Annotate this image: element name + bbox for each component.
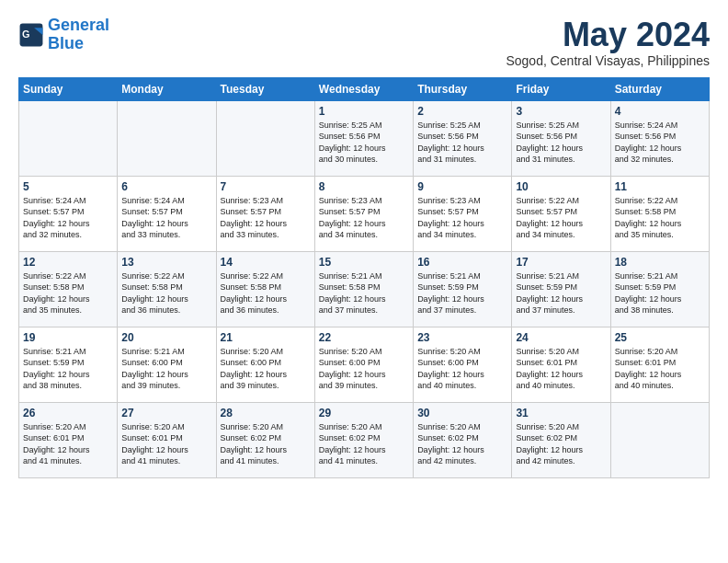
- day-number: 26: [23, 407, 113, 419]
- calendar-cell: 5Sunrise: 5:24 AM Sunset: 5:57 PM Daylig…: [19, 176, 118, 251]
- cell-content: Sunrise: 5:20 AM Sunset: 6:01 PM Dayligh…: [23, 421, 113, 467]
- day-number: 9: [417, 180, 507, 193]
- cell-content: Sunrise: 5:20 AM Sunset: 6:02 PM Dayligh…: [221, 421, 311, 467]
- calendar-cell: 29Sunrise: 5:20 AM Sunset: 6:02 PM Dayli…: [314, 402, 413, 477]
- cell-content: Sunrise: 5:20 AM Sunset: 6:01 PM Dayligh…: [121, 421, 211, 467]
- week-row-0: 1Sunrise: 5:25 AM Sunset: 5:56 PM Daylig…: [19, 100, 710, 176]
- cell-content: Sunrise: 5:20 AM Sunset: 6:02 PM Dayligh…: [319, 421, 409, 467]
- title-block: May 2024 Sogod, Central Visayas, Philipp…: [506, 17, 710, 68]
- calendar-cell: 30Sunrise: 5:20 AM Sunset: 6:02 PM Dayli…: [414, 402, 512, 477]
- day-number: 16: [417, 256, 507, 269]
- day-number: 4: [615, 105, 705, 118]
- col-header-sunday: Sunday: [19, 77, 118, 100]
- subtitle: Sogod, Central Visayas, Philippines: [506, 53, 710, 68]
- calendar-cell: 23Sunrise: 5:20 AM Sunset: 6:00 PM Dayli…: [414, 327, 512, 402]
- cell-content: Sunrise: 5:21 AM Sunset: 5:59 PM Dayligh…: [516, 270, 606, 316]
- cell-content: Sunrise: 5:21 AM Sunset: 5:59 PM Dayligh…: [23, 346, 113, 392]
- day-number: 22: [319, 331, 409, 344]
- cell-content: Sunrise: 5:22 AM Sunset: 5:58 PM Dayligh…: [221, 270, 311, 316]
- day-number: 17: [516, 256, 606, 269]
- cell-content: Sunrise: 5:22 AM Sunset: 5:58 PM Dayligh…: [121, 270, 211, 316]
- day-number: 13: [121, 256, 211, 269]
- day-number: 21: [221, 331, 311, 344]
- week-row-3: 19Sunrise: 5:21 AM Sunset: 5:59 PM Dayli…: [19, 327, 710, 402]
- calendar-cell: 3Sunrise: 5:25 AM Sunset: 5:56 PM Daylig…: [512, 100, 610, 176]
- day-number: 24: [516, 331, 606, 344]
- cell-content: Sunrise: 5:22 AM Sunset: 5:58 PM Dayligh…: [615, 195, 705, 241]
- cell-content: Sunrise: 5:24 AM Sunset: 5:57 PM Dayligh…: [23, 195, 113, 241]
- calendar-cell: 9Sunrise: 5:23 AM Sunset: 5:57 PM Daylig…: [414, 176, 512, 251]
- cell-content: Sunrise: 5:20 AM Sunset: 6:00 PM Dayligh…: [221, 346, 311, 392]
- calendar-cell: 27Sunrise: 5:20 AM Sunset: 6:01 PM Dayli…: [118, 402, 216, 477]
- week-row-1: 5Sunrise: 5:24 AM Sunset: 5:57 PM Daylig…: [19, 176, 710, 251]
- calendar-cell: 2Sunrise: 5:25 AM Sunset: 5:56 PM Daylig…: [414, 100, 512, 176]
- logo-text: General Blue: [48, 17, 109, 53]
- day-number: 28: [221, 407, 311, 419]
- calendar-cell: [610, 402, 709, 477]
- calendar-cell: 16Sunrise: 5:21 AM Sunset: 5:59 PM Dayli…: [414, 251, 512, 327]
- week-row-4: 26Sunrise: 5:20 AM Sunset: 6:01 PM Dayli…: [19, 402, 710, 477]
- calendar-cell: 14Sunrise: 5:22 AM Sunset: 5:58 PM Dayli…: [216, 251, 314, 327]
- calendar-cell: 26Sunrise: 5:20 AM Sunset: 6:01 PM Dayli…: [19, 402, 118, 477]
- col-header-tuesday: Tuesday: [216, 77, 314, 100]
- calendar-cell: 24Sunrise: 5:20 AM Sunset: 6:01 PM Dayli…: [512, 327, 610, 402]
- col-header-monday: Monday: [118, 77, 216, 100]
- cell-content: Sunrise: 5:23 AM Sunset: 5:57 PM Dayligh…: [417, 195, 507, 241]
- cell-content: Sunrise: 5:25 AM Sunset: 5:56 PM Dayligh…: [417, 120, 507, 166]
- calendar-cell: 31Sunrise: 5:20 AM Sunset: 6:02 PM Dayli…: [512, 402, 610, 477]
- calendar-cell: 8Sunrise: 5:23 AM Sunset: 5:57 PM Daylig…: [314, 176, 413, 251]
- cell-content: Sunrise: 5:21 AM Sunset: 5:59 PM Dayligh…: [417, 270, 507, 316]
- day-number: 11: [615, 180, 705, 193]
- svg-text:G: G: [22, 29, 29, 40]
- day-number: 15: [319, 256, 409, 269]
- day-number: 29: [319, 407, 409, 419]
- calendar-cell: [118, 100, 216, 176]
- calendar-cell: 4Sunrise: 5:24 AM Sunset: 5:56 PM Daylig…: [610, 100, 709, 176]
- day-number: 23: [417, 331, 507, 344]
- day-number: 31: [516, 407, 606, 419]
- day-number: 14: [221, 256, 311, 269]
- calendar-cell: [216, 100, 314, 176]
- day-number: 3: [516, 105, 606, 118]
- day-number: 1: [319, 105, 409, 118]
- cell-content: Sunrise: 5:20 AM Sunset: 6:02 PM Dayligh…: [516, 421, 606, 467]
- day-number: 12: [23, 256, 113, 269]
- calendar-cell: 22Sunrise: 5:20 AM Sunset: 6:00 PM Dayli…: [314, 327, 413, 402]
- cell-content: Sunrise: 5:23 AM Sunset: 5:57 PM Dayligh…: [221, 195, 311, 241]
- cell-content: Sunrise: 5:22 AM Sunset: 5:57 PM Dayligh…: [516, 195, 606, 241]
- calendar-cell: 13Sunrise: 5:22 AM Sunset: 5:58 PM Dayli…: [118, 251, 216, 327]
- day-number: 5: [23, 180, 113, 193]
- header: G General Blue May 2024 Sogod, Central V…: [18, 17, 710, 68]
- day-number: 25: [615, 331, 705, 344]
- cell-content: Sunrise: 5:20 AM Sunset: 6:00 PM Dayligh…: [319, 346, 409, 392]
- day-number: 8: [319, 180, 409, 193]
- calendar-cell: [19, 100, 118, 176]
- page: G General Blue May 2024 Sogod, Central V…: [0, 0, 728, 495]
- cell-content: Sunrise: 5:22 AM Sunset: 5:58 PM Dayligh…: [23, 270, 113, 316]
- calendar-cell: 28Sunrise: 5:20 AM Sunset: 6:02 PM Dayli…: [216, 402, 314, 477]
- logo-blue: Blue: [48, 34, 84, 52]
- day-number: 20: [121, 331, 211, 344]
- cell-content: Sunrise: 5:21 AM Sunset: 5:58 PM Dayligh…: [319, 270, 409, 316]
- cell-content: Sunrise: 5:20 AM Sunset: 6:00 PM Dayligh…: [417, 346, 507, 392]
- calendar-cell: 1Sunrise: 5:25 AM Sunset: 5:56 PM Daylig…: [314, 100, 413, 176]
- cell-content: Sunrise: 5:25 AM Sunset: 5:56 PM Dayligh…: [319, 120, 409, 166]
- week-row-2: 12Sunrise: 5:22 AM Sunset: 5:58 PM Dayli…: [19, 251, 710, 327]
- col-header-friday: Friday: [512, 77, 610, 100]
- cell-content: Sunrise: 5:20 AM Sunset: 6:02 PM Dayligh…: [417, 421, 507, 467]
- cell-content: Sunrise: 5:20 AM Sunset: 6:01 PM Dayligh…: [615, 346, 705, 392]
- cell-content: Sunrise: 5:20 AM Sunset: 6:01 PM Dayligh…: [516, 346, 606, 392]
- day-number: 6: [121, 180, 211, 193]
- cell-content: Sunrise: 5:21 AM Sunset: 5:59 PM Dayligh…: [615, 270, 705, 316]
- main-title: May 2024: [506, 17, 710, 53]
- header-row: SundayMondayTuesdayWednesdayThursdayFrid…: [19, 77, 710, 100]
- calendar-cell: 12Sunrise: 5:22 AM Sunset: 5:58 PM Dayli…: [19, 251, 118, 327]
- col-header-saturday: Saturday: [610, 77, 709, 100]
- calendar-cell: 25Sunrise: 5:20 AM Sunset: 6:01 PM Dayli…: [610, 327, 709, 402]
- cell-content: Sunrise: 5:21 AM Sunset: 6:00 PM Dayligh…: [121, 346, 211, 392]
- calendar-table: SundayMondayTuesdayWednesdayThursdayFrid…: [18, 77, 710, 478]
- col-header-thursday: Thursday: [414, 77, 512, 100]
- cell-content: Sunrise: 5:24 AM Sunset: 5:57 PM Dayligh…: [121, 195, 211, 241]
- calendar-cell: 20Sunrise: 5:21 AM Sunset: 6:00 PM Dayli…: [118, 327, 216, 402]
- day-number: 19: [23, 331, 113, 344]
